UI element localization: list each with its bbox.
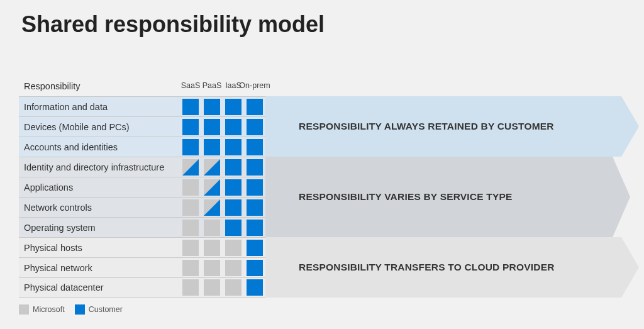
page-title: Shared responsibility model [0, 0, 644, 38]
responsibility-square [204, 240, 220, 256]
cell [223, 238, 244, 258]
cell [180, 238, 201, 258]
cell [223, 258, 244, 278]
table-row: Physical network [19, 257, 265, 277]
cell [201, 258, 223, 278]
responsibility-square [225, 260, 242, 276]
cell [201, 157, 223, 177]
cell [244, 258, 265, 278]
cell [201, 177, 223, 198]
row-label: Identity and directory infrastructure [19, 162, 180, 172]
responsibility-square [247, 260, 263, 276]
cell [180, 157, 201, 177]
responsibility-square [247, 99, 263, 115]
responsibility-square [225, 240, 242, 256]
table-row: Devices (Mobile and PCs) [19, 116, 265, 137]
cell [201, 238, 223, 258]
responsibility-square [182, 279, 199, 296]
row-label: Applications [19, 182, 180, 192]
cell [180, 258, 201, 278]
cell [180, 277, 201, 298]
responsibility-square [247, 139, 263, 155]
col-header: PaaS [201, 75, 223, 96]
legend-item-customer: Customer [75, 304, 123, 315]
table-row: Applications [19, 177, 265, 197]
responsibility-square [182, 220, 199, 236]
responsibility-square [225, 220, 242, 236]
cell [180, 218, 201, 238]
row-label: Operating system [19, 223, 180, 233]
table-row: Accounts and identities [19, 137, 265, 157]
cell [223, 97, 244, 117]
cell [244, 198, 265, 218]
band-label: RESPONSIBILITY VARIES BY SERVICE TYPE [299, 191, 605, 203]
cell [180, 97, 201, 117]
responsibility-square [182, 179, 199, 196]
row-label: Information and data [19, 102, 180, 112]
swatch-microsoft [19, 304, 29, 315]
cell [223, 117, 244, 137]
table-row: Physical hosts [19, 237, 265, 257]
responsibility-square [247, 159, 263, 176]
responsibility-square [204, 139, 220, 155]
cell [180, 117, 201, 137]
responsibility-square [182, 119, 199, 135]
cell [244, 97, 265, 117]
row-label: Physical network [19, 263, 180, 273]
row-label: Accounts and identities [19, 142, 180, 152]
swatch-customer [75, 304, 85, 315]
table-row: Identity and directory infrastructure [19, 157, 265, 177]
cell [244, 218, 265, 238]
cell [223, 277, 244, 298]
cell [244, 238, 265, 258]
responsibility-square [204, 179, 220, 196]
legend: Microsoft Customer [19, 304, 123, 315]
legend-item-microsoft: Microsoft [19, 304, 65, 315]
responsibility-square [247, 279, 263, 296]
responsibility-square [204, 99, 220, 115]
cell [201, 97, 223, 117]
cell [180, 137, 201, 157]
cell [201, 117, 223, 137]
row-label: Devices (Mobile and PCs) [19, 122, 180, 132]
cell [244, 157, 265, 177]
cell [223, 137, 244, 157]
col-header: On-prem [244, 75, 265, 96]
legend-label: Customer [89, 305, 123, 314]
cell [244, 137, 265, 157]
cell [223, 177, 244, 198]
table-header-row: Responsibility SaaS PaaS IaaS On-prem [19, 75, 265, 96]
responsibility-square [247, 240, 263, 256]
cell [201, 198, 223, 218]
col-header: SaaS [180, 75, 201, 96]
responsibility-square [182, 199, 199, 216]
responsibility-square [225, 139, 242, 155]
table-row: Operating system [19, 217, 265, 237]
cell [201, 218, 223, 238]
responsibility-square [225, 199, 242, 216]
responsibility-square [204, 199, 220, 216]
responsibility-square [225, 159, 242, 176]
cell [180, 198, 201, 218]
responsibility-square [247, 179, 263, 196]
responsibility-square [225, 279, 242, 296]
cell [244, 117, 265, 137]
responsibility-square [247, 119, 263, 135]
cell [223, 157, 244, 177]
legend-label: Microsoft [33, 305, 65, 314]
responsibility-square [225, 179, 242, 196]
responsibility-header: Responsibility [19, 81, 180, 91]
table-row: Physical datacenter [19, 277, 265, 298]
cell [201, 277, 223, 298]
responsibility-square [204, 220, 220, 236]
responsibility-square [204, 159, 220, 176]
responsibility-square [182, 260, 199, 276]
responsibility-square [204, 260, 220, 276]
cell [223, 198, 244, 218]
responsibility-square [247, 220, 263, 236]
cell [244, 177, 265, 198]
responsibility-square [247, 199, 263, 216]
table-row: Network controls [19, 197, 265, 217]
row-label: Physical datacenter [19, 282, 180, 293]
responsibility-table: Responsibility SaaS PaaS IaaS On-prem In… [19, 75, 265, 298]
